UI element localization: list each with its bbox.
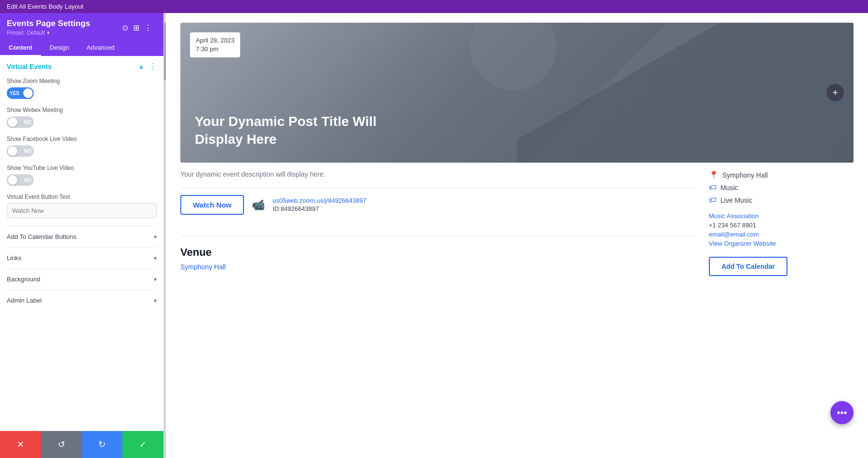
watch-now-button[interactable]: Watch Now (180, 195, 244, 215)
chevron-down-icon: ▾ (154, 297, 157, 304)
add-to-calendar-title: Add To Calendar Buttons (7, 233, 76, 240)
watch-now-row: Watch Now 📹 us05web.zoom.us/j/8492664389… (180, 188, 694, 222)
toggle-no-label: NO (24, 120, 31, 125)
content-area: April 28, 2023 7:30 pm Your Dynamic Post… (166, 13, 868, 458)
background-header[interactable]: Background ▾ (7, 276, 157, 283)
more-icon[interactable]: ⋮ (144, 23, 152, 32)
background-title: Background (7, 276, 40, 283)
show-youtube-live-toggle[interactable]: NO (7, 174, 34, 186)
show-youtube-live-label: Show YouTube Live Video (7, 165, 157, 171)
venue-title: Venue (180, 246, 694, 259)
video-camera-icon: 📹 (252, 199, 265, 211)
sidebar-tabs: Content Design Advanced (0, 40, 163, 56)
tag-icon-2: 🏷 (709, 196, 717, 205)
tab-content[interactable]: Content (0, 40, 41, 56)
virtual-button-text-input[interactable] (7, 203, 157, 218)
tab-advanced[interactable]: Advanced (78, 40, 123, 56)
background-section: Background ▾ (7, 268, 157, 290)
event-main: Your dynamic event description will disp… (180, 170, 694, 276)
virtual-events-chevron[interactable]: ▲ (138, 63, 144, 70)
links-section: Links ▾ (7, 247, 157, 268)
top-bar-title: Edit All Events Body Layout (7, 3, 83, 10)
show-youtube-live-field: Show YouTube Live Video NO (7, 165, 157, 186)
tab-design[interactable]: Design (41, 40, 78, 56)
event-description: Your dynamic event description will disp… (180, 170, 694, 178)
date-badge: April 28, 2023 7:30 pm (190, 32, 240, 57)
virtual-events-section-header: Virtual Events ▲ ⋮ (7, 62, 157, 71)
venue-link[interactable]: Symphony Hall (180, 263, 226, 271)
zoom-info: us05web.zoom.us/j/84926643897 ID:8492664… (272, 197, 366, 213)
sidebar-content: Virtual Events ▲ ⋮ Show Zoom Meeting YES (0, 56, 163, 431)
location-icon: 📍 (709, 170, 719, 180)
zoom-id: ID:84926643897 (272, 205, 319, 212)
tag-music-item: 🏷 Music (709, 183, 854, 192)
event-time: 7:30 pm (196, 45, 234, 54)
event-body: Your dynamic event description will disp… (180, 170, 854, 276)
links-title: Links (7, 254, 21, 262)
redo-button[interactable]: ↻ (82, 431, 123, 458)
toggle-no-label: NO (24, 149, 31, 154)
event-date: April 28, 2023 (196, 36, 234, 45)
show-facebook-live-label: Show Facebook Live Video (7, 136, 157, 142)
scrollbar-thumb (164, 23, 166, 81)
toggle-no-label: NO (24, 178, 31, 183)
plus-button[interactable]: + (827, 84, 844, 101)
show-zoom-meeting-toggle[interactable]: YES (7, 87, 34, 99)
links-header[interactable]: Links ▾ (7, 254, 157, 262)
organizer-block: Music Association +1 234 567 8901 email@… (709, 212, 854, 247)
floating-action-button[interactable]: ••• (830, 401, 854, 424)
show-zoom-meeting-field: Show Zoom Meeting YES (7, 78, 157, 99)
sidebar-title: Events Page Settings (7, 19, 90, 28)
add-to-calendar-header[interactable]: Add To Calendar Buttons ▾ (7, 233, 157, 240)
sidebar-preset: Preset: Default ▾ (7, 29, 90, 36)
organizer-website-link[interactable]: View Organizer Website (709, 240, 854, 247)
organizer-email-link[interactable]: email@email.com (709, 231, 854, 238)
focus-icon[interactable]: ⊙ (122, 23, 128, 32)
chevron-down-icon: ▾ (154, 276, 157, 283)
add-to-calendar-section: Add To Calendar Buttons ▾ (7, 226, 157, 247)
location-item: 📍 Symphony Hall (709, 170, 854, 180)
sidebar-footer: ✕ ↺ ↻ ✓ (0, 431, 163, 458)
show-webex-meeting-label: Show Webex Meeting (7, 107, 157, 113)
scrollbar[interactable] (164, 13, 166, 458)
toggle-knob (23, 88, 33, 98)
show-webex-meeting-field: Show Webex Meeting NO (7, 107, 157, 128)
fab-dots-icon: ••• (837, 407, 847, 418)
add-to-calendar-button[interactable]: Add To Calendar (709, 257, 787, 276)
hero-triangle-2 (517, 23, 854, 163)
show-facebook-live-toggle[interactable]: NO (7, 145, 34, 157)
tag-music-text: Music (720, 184, 738, 192)
undo-button[interactable]: ↺ (41, 431, 82, 458)
tag-live-music-item: 🏷 Live Music (709, 196, 854, 205)
hero-image: April 28, 2023 7:30 pm Your Dynamic Post… (180, 23, 854, 163)
admin-label-title: Admin Label (7, 297, 41, 304)
top-bar: Edit All Events Body Layout (0, 0, 868, 13)
toggle-knob (8, 117, 17, 127)
toggle-knob (8, 146, 17, 156)
toggle-knob (8, 175, 17, 185)
sidebar: Events Page Settings Preset: Default ▾ ⊙… (0, 13, 164, 458)
virtual-button-text-field: Virtual Event Button Text (7, 194, 157, 218)
organizer-name-link[interactable]: Music Association (709, 212, 854, 220)
columns-icon[interactable]: ⊞ (133, 23, 139, 32)
venue-section: Venue Symphony Hall (180, 236, 694, 271)
virtual-button-text-label: Virtual Event Button Text (7, 194, 157, 200)
save-button[interactable]: ✓ (122, 431, 163, 458)
show-webex-meeting-toggle[interactable]: NO (7, 116, 34, 128)
chevron-down-icon: ▾ (154, 255, 157, 262)
sidebar-header: Events Page Settings Preset: Default ▾ ⊙… (0, 13, 163, 40)
event-info-sidebar: 📍 Symphony Hall 🏷 Music 🏷 Live Music Mus… (709, 170, 854, 276)
show-zoom-meeting-label: Show Zoom Meeting (7, 78, 157, 84)
admin-label-section: Admin Label ▾ (7, 290, 157, 311)
admin-label-header[interactable]: Admin Label ▾ (7, 297, 157, 304)
virtual-events-options[interactable]: ⋮ (149, 62, 157, 71)
organizer-phone: +1 234 567 8901 (709, 222, 854, 229)
chevron-down-icon: ▾ (154, 234, 157, 240)
tag-icon-1: 🏷 (709, 183, 717, 192)
hero-title: Your Dynamic Post Title Will Display Her… (195, 113, 378, 148)
zoom-link[interactable]: us05web.zoom.us/j/84926643897 (272, 197, 366, 204)
location-text: Symphony Hall (722, 171, 768, 179)
cancel-button[interactable]: ✕ (0, 431, 41, 458)
show-facebook-live-field: Show Facebook Live Video NO (7, 136, 157, 157)
tag-live-music-text: Live Music (720, 196, 752, 204)
